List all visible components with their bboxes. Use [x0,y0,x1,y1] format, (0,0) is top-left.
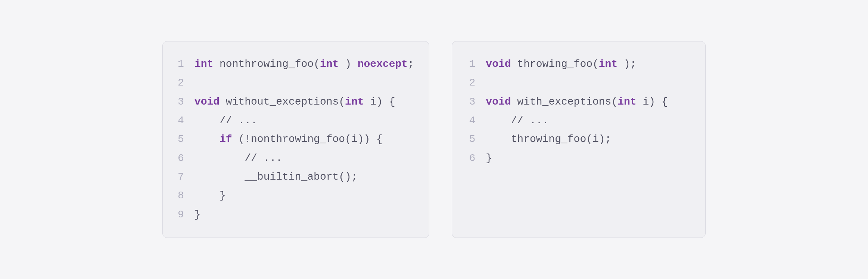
code-text: i) { [637,96,668,108]
line-code: void throwing_foo(int ); [486,55,690,74]
keyword: int [320,58,339,70]
keyword: noexcept [358,58,408,70]
code-text: __builtin_abort(); [195,171,358,183]
line-number: 9 [178,205,195,224]
line-code: // ... [195,149,414,168]
line-code: throwing_foo(i); [486,130,690,149]
code-text: without_exceptions( [220,96,345,108]
code-text: ) [339,58,357,70]
keyword: int [599,58,617,70]
line-code [486,74,690,92]
keyword: if [220,133,232,145]
line-code: int nonthrowing_foo(int ) noexcept; [195,55,414,74]
line-number: 1 [467,55,486,74]
keyword: int [617,96,636,108]
line-code: // ... [195,111,414,130]
code-text [195,133,220,145]
right-block: 1void throwing_foo(int );2 3void with_ex… [452,41,706,238]
code-text: ; [408,58,414,70]
code-text: with_exceptions( [511,96,618,108]
code-text: // ... [486,115,548,126]
code-text: } [486,152,492,164]
line-number: 2 [467,74,486,92]
line-number: 6 [467,149,486,168]
code-text: // ... [195,152,282,164]
line-number: 4 [178,111,195,130]
line-code: if (!nonthrowing_foo(i)) { [195,130,414,149]
code-text: throwing_foo( [511,58,599,70]
line-number: 2 [178,74,195,92]
code-text: } [195,190,226,201]
line-number: 7 [178,168,195,186]
line-code: // ... [486,111,690,130]
line-number: 8 [178,186,195,205]
keyword: void [486,58,511,70]
line-number: 5 [467,130,486,149]
line-number: 1 [178,55,195,74]
line-number: 6 [178,149,195,168]
code-text: throwing_foo(i); [486,133,611,145]
line-number: 4 [467,111,486,130]
keyword: void [486,96,511,108]
code-text: nonthrowing_foo( [213,58,320,70]
code-text: (!nonthrowing_foo(i)) { [232,133,383,145]
line-code: } [195,186,414,205]
keyword: int [195,58,213,70]
line-code [195,74,414,92]
line-number: 3 [178,93,195,111]
code-text: i) { [364,96,395,108]
code-text: // ... [195,115,257,126]
line-code: } [486,149,690,168]
line-number: 3 [467,93,486,111]
main-container: 1int nonthrowing_foo(int ) noexcept;2 3v… [147,26,721,253]
keyword: void [195,96,220,108]
left-block: 1int nonthrowing_foo(int ) noexcept;2 3v… [162,41,429,238]
code-text: ); [617,58,636,70]
line-code: __builtin_abort(); [195,168,414,186]
code-text: } [195,209,201,220]
line-code: void without_exceptions(int i) { [195,93,414,111]
keyword: int [345,96,364,108]
line-number: 5 [178,130,195,149]
line-code: void with_exceptions(int i) { [486,93,690,111]
line-code: } [195,205,414,224]
